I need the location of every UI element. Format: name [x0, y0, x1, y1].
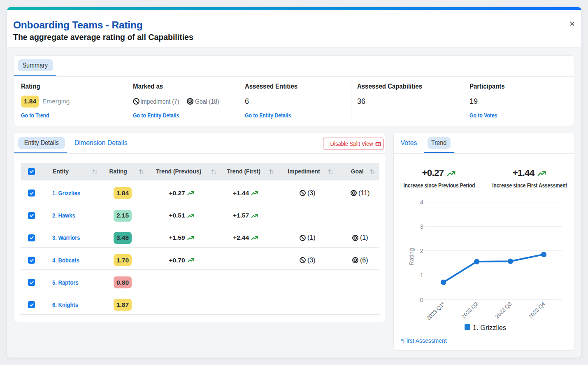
svg-text:3: 3 — [420, 223, 423, 230]
svg-text:0: 0 — [420, 296, 423, 303]
svg-text:2023 Q2: 2023 Q2 — [460, 301, 479, 320]
svg-text:2: 2 — [420, 247, 423, 254]
svg-text:4: 4 — [420, 199, 423, 206]
svg-text:Rating: Rating — [408, 248, 415, 265]
svg-text:2023 Q4: 2023 Q4 — [528, 301, 546, 320]
svg-text:1. Grizzlies: 1. Grizzlies — [473, 324, 506, 332]
svg-text:2023 Q1*: 2023 Q1* — [425, 301, 446, 321]
svg-text:2023 Q3: 2023 Q3 — [494, 301, 513, 320]
svg-text:1: 1 — [420, 271, 423, 278]
